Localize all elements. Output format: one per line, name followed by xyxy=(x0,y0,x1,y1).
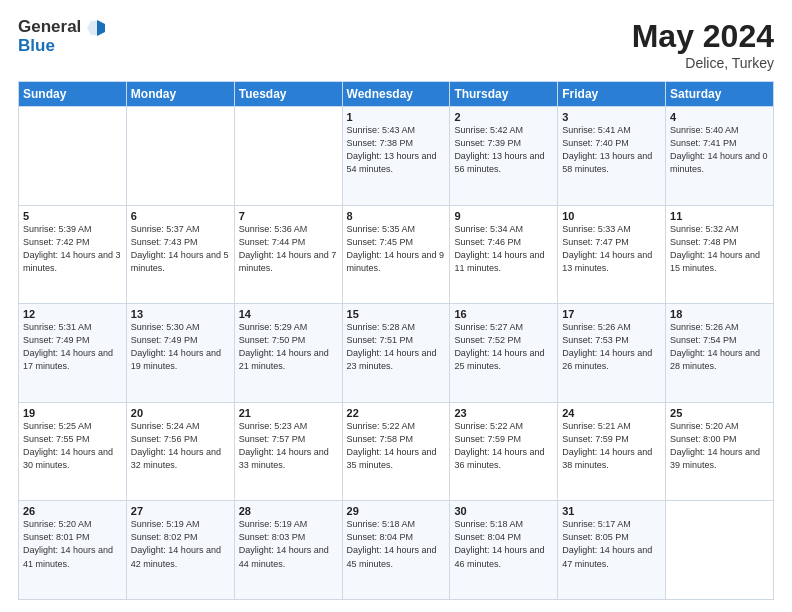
day-cell-2: 2 Sunrise: 5:42 AM Sunset: 7:39 PM Dayli… xyxy=(450,107,558,206)
sunset-text: Sunset: 8:04 PM xyxy=(347,531,446,544)
daylight-text: Daylight: 13 hours and 54 minutes. xyxy=(347,150,446,176)
day-number: 7 xyxy=(239,210,338,222)
sunrise-text: Sunrise: 5:43 AM xyxy=(347,124,446,137)
header-day-saturday: Saturday xyxy=(666,82,774,107)
daylight-text: Daylight: 14 hours and 23 minutes. xyxy=(347,347,446,373)
sunset-text: Sunset: 7:54 PM xyxy=(670,334,769,347)
day-cell-16: 16 Sunrise: 5:27 AM Sunset: 7:52 PM Dayl… xyxy=(450,304,558,403)
day-cell-8: 8 Sunrise: 5:35 AM Sunset: 7:45 PM Dayli… xyxy=(342,205,450,304)
sunrise-text: Sunrise: 5:29 AM xyxy=(239,321,338,334)
sunrise-text: Sunrise: 5:26 AM xyxy=(562,321,661,334)
day-cell-18: 18 Sunrise: 5:26 AM Sunset: 7:54 PM Dayl… xyxy=(666,304,774,403)
day-info: Sunrise: 5:26 AM Sunset: 7:53 PM Dayligh… xyxy=(562,321,661,373)
day-info: Sunrise: 5:34 AM Sunset: 7:46 PM Dayligh… xyxy=(454,223,553,275)
daylight-text: Daylight: 14 hours and 30 minutes. xyxy=(23,446,122,472)
day-cell-30: 30 Sunrise: 5:18 AM Sunset: 8:04 PM Dayl… xyxy=(450,501,558,600)
month-year: May 2024 xyxy=(632,18,774,55)
day-cell-11: 11 Sunrise: 5:32 AM Sunset: 7:48 PM Dayl… xyxy=(666,205,774,304)
daylight-text: Daylight: 14 hours and 42 minutes. xyxy=(131,544,230,570)
day-cell-15: 15 Sunrise: 5:28 AM Sunset: 7:51 PM Dayl… xyxy=(342,304,450,403)
sunset-text: Sunset: 7:52 PM xyxy=(454,334,553,347)
header-day-friday: Friday xyxy=(558,82,666,107)
day-cell-10: 10 Sunrise: 5:33 AM Sunset: 7:47 PM Dayl… xyxy=(558,205,666,304)
day-number: 14 xyxy=(239,308,338,320)
sunset-text: Sunset: 7:46 PM xyxy=(454,236,553,249)
day-cell-27: 27 Sunrise: 5:19 AM Sunset: 8:02 PM Dayl… xyxy=(126,501,234,600)
week-row-3: 12 Sunrise: 5:31 AM Sunset: 7:49 PM Dayl… xyxy=(19,304,774,403)
day-cell-23: 23 Sunrise: 5:22 AM Sunset: 7:59 PM Dayl… xyxy=(450,402,558,501)
day-number: 12 xyxy=(23,308,122,320)
day-info: Sunrise: 5:22 AM Sunset: 7:58 PM Dayligh… xyxy=(347,420,446,472)
sunrise-text: Sunrise: 5:37 AM xyxy=(131,223,230,236)
day-cell-29: 29 Sunrise: 5:18 AM Sunset: 8:04 PM Dayl… xyxy=(342,501,450,600)
sunrise-text: Sunrise: 5:18 AM xyxy=(347,518,446,531)
sunset-text: Sunset: 7:40 PM xyxy=(562,137,661,150)
sunrise-text: Sunrise: 5:19 AM xyxy=(131,518,230,531)
sunrise-text: Sunrise: 5:30 AM xyxy=(131,321,230,334)
daylight-text: Daylight: 14 hours and 47 minutes. xyxy=(562,544,661,570)
day-number: 16 xyxy=(454,308,553,320)
sunrise-text: Sunrise: 5:39 AM xyxy=(23,223,122,236)
day-cell-25: 25 Sunrise: 5:20 AM Sunset: 8:00 PM Dayl… xyxy=(666,402,774,501)
sunrise-text: Sunrise: 5:36 AM xyxy=(239,223,338,236)
sunrise-text: Sunrise: 5:18 AM xyxy=(454,518,553,531)
day-number: 1 xyxy=(347,111,446,123)
day-number: 21 xyxy=(239,407,338,419)
day-info: Sunrise: 5:26 AM Sunset: 7:54 PM Dayligh… xyxy=(670,321,769,373)
sunset-text: Sunset: 8:03 PM xyxy=(239,531,338,544)
sunrise-text: Sunrise: 5:26 AM xyxy=(670,321,769,334)
day-cell-3: 3 Sunrise: 5:41 AM Sunset: 7:40 PM Dayli… xyxy=(558,107,666,206)
header-day-tuesday: Tuesday xyxy=(234,82,342,107)
day-info: Sunrise: 5:21 AM Sunset: 7:59 PM Dayligh… xyxy=(562,420,661,472)
day-cell-22: 22 Sunrise: 5:22 AM Sunset: 7:58 PM Dayl… xyxy=(342,402,450,501)
day-number: 26 xyxy=(23,505,122,517)
daylight-text: Daylight: 14 hours and 19 minutes. xyxy=(131,347,230,373)
day-info: Sunrise: 5:30 AM Sunset: 7:49 PM Dayligh… xyxy=(131,321,230,373)
day-number: 22 xyxy=(347,407,446,419)
day-number: 30 xyxy=(454,505,553,517)
logo-block: General Blue xyxy=(18,18,105,55)
day-number: 13 xyxy=(131,308,230,320)
day-cell-5: 5 Sunrise: 5:39 AM Sunset: 7:42 PM Dayli… xyxy=(19,205,127,304)
day-cell-empty xyxy=(234,107,342,206)
day-info: Sunrise: 5:29 AM Sunset: 7:50 PM Dayligh… xyxy=(239,321,338,373)
week-row-4: 19 Sunrise: 5:25 AM Sunset: 7:55 PM Dayl… xyxy=(19,402,774,501)
sunset-text: Sunset: 7:51 PM xyxy=(347,334,446,347)
week-row-2: 5 Sunrise: 5:39 AM Sunset: 7:42 PM Dayli… xyxy=(19,205,774,304)
sunrise-text: Sunrise: 5:28 AM xyxy=(347,321,446,334)
title-block: May 2024 Delice, Turkey xyxy=(632,18,774,71)
day-info: Sunrise: 5:24 AM Sunset: 7:56 PM Dayligh… xyxy=(131,420,230,472)
day-cell-13: 13 Sunrise: 5:30 AM Sunset: 7:49 PM Dayl… xyxy=(126,304,234,403)
sunrise-text: Sunrise: 5:33 AM xyxy=(562,223,661,236)
daylight-text: Daylight: 14 hours and 13 minutes. xyxy=(562,249,661,275)
day-info: Sunrise: 5:19 AM Sunset: 8:03 PM Dayligh… xyxy=(239,518,338,570)
sunset-text: Sunset: 8:00 PM xyxy=(670,433,769,446)
sunrise-text: Sunrise: 5:41 AM xyxy=(562,124,661,137)
header-day-thursday: Thursday xyxy=(450,82,558,107)
day-cell-26: 26 Sunrise: 5:20 AM Sunset: 8:01 PM Dayl… xyxy=(19,501,127,600)
day-info: Sunrise: 5:18 AM Sunset: 8:04 PM Dayligh… xyxy=(347,518,446,570)
day-number: 11 xyxy=(670,210,769,222)
day-info: Sunrise: 5:20 AM Sunset: 8:01 PM Dayligh… xyxy=(23,518,122,570)
day-cell-14: 14 Sunrise: 5:29 AM Sunset: 7:50 PM Dayl… xyxy=(234,304,342,403)
daylight-text: Daylight: 14 hours and 32 minutes. xyxy=(131,446,230,472)
day-number: 18 xyxy=(670,308,769,320)
daylight-text: Daylight: 14 hours and 46 minutes. xyxy=(454,544,553,570)
sunset-text: Sunset: 7:48 PM xyxy=(670,236,769,249)
sunrise-text: Sunrise: 5:42 AM xyxy=(454,124,553,137)
daylight-text: Daylight: 14 hours and 21 minutes. xyxy=(239,347,338,373)
day-number: 4 xyxy=(670,111,769,123)
week-row-1: 1 Sunrise: 5:43 AM Sunset: 7:38 PM Dayli… xyxy=(19,107,774,206)
day-info: Sunrise: 5:32 AM Sunset: 7:48 PM Dayligh… xyxy=(670,223,769,275)
day-number: 6 xyxy=(131,210,230,222)
sunset-text: Sunset: 8:04 PM xyxy=(454,531,553,544)
daylight-text: Daylight: 14 hours and 11 minutes. xyxy=(454,249,553,275)
daylight-text: Daylight: 14 hours and 38 minutes. xyxy=(562,446,661,472)
day-info: Sunrise: 5:33 AM Sunset: 7:47 PM Dayligh… xyxy=(562,223,661,275)
sunset-text: Sunset: 7:58 PM xyxy=(347,433,446,446)
daylight-text: Daylight: 14 hours and 35 minutes. xyxy=(347,446,446,472)
day-cell-19: 19 Sunrise: 5:25 AM Sunset: 7:55 PM Dayl… xyxy=(19,402,127,501)
day-number: 31 xyxy=(562,505,661,517)
day-number: 2 xyxy=(454,111,553,123)
day-info: Sunrise: 5:41 AM Sunset: 7:40 PM Dayligh… xyxy=(562,124,661,176)
